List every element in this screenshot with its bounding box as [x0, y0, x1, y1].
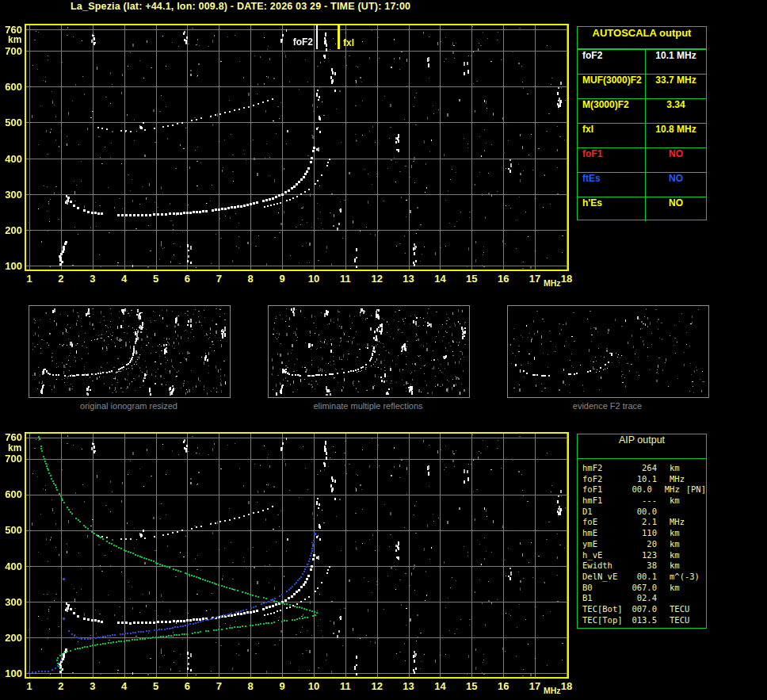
x-axis-tick: 6: [175, 273, 199, 285]
parameter-label: h'Es: [578, 197, 646, 221]
parameter-value: 02.4: [630, 593, 657, 604]
parameter-label: B1: [582, 593, 630, 604]
aip-row-fof1: foF100.0MHz[PN]: [582, 484, 706, 495]
thumbnail-evidence-f2: [507, 305, 709, 398]
aip-row-tectop: TEC[Top]013.5TECU: [582, 615, 706, 626]
thumbnail-eliminate-reflections: [268, 305, 470, 398]
x-axis-tick: 8: [238, 680, 262, 692]
parameter-value: 20: [630, 539, 657, 550]
parameter-unit: km: [670, 463, 680, 474]
x-axis-tick: 12: [365, 680, 389, 692]
parameter-value: 10.8 MHz: [646, 124, 706, 147]
y-axis-tick: 200: [1, 224, 22, 236]
x-axis-tick: 5: [144, 273, 168, 285]
parameter-value: 110: [630, 528, 657, 539]
parameter-unit: km: [670, 560, 680, 572]
x-axis-tick: 14: [428, 273, 452, 285]
x-axis-tick: 7: [207, 680, 231, 692]
parameter-label: ymE: [582, 539, 630, 550]
parameter-label: foF2: [582, 474, 630, 485]
parameter-value: 007.0: [630, 604, 657, 615]
x-axis-tick: 15: [460, 273, 483, 285]
y-axis-tick: 500: [1, 524, 22, 536]
y-axis-tick: 200: [1, 632, 22, 644]
parameter-label: TEC[Bot]: [582, 604, 630, 615]
parameter-label: foF1: [582, 484, 627, 495]
autoscala-row-ftes: ftEsNO: [578, 172, 706, 197]
parameter-value: 10.1 MHz: [646, 50, 706, 74]
x-axis-tick: 3: [81, 680, 105, 692]
aip-row-d1: D100.0: [582, 507, 706, 518]
aip-table-rows: hmF2264kmfoF210.1MHzfoF100.0MHz[PN]hmF1-…: [578, 459, 706, 625]
top-x-axis-unit: MHz: [544, 278, 561, 288]
parameter-note: [PN]: [686, 484, 706, 495]
y-axis-tick: 400: [1, 153, 22, 165]
x-axis-tick: 10: [302, 273, 326, 285]
parameter-label: D1: [582, 507, 630, 518]
x-axis-tick: 15: [460, 680, 483, 692]
parameter-value: 00.1: [630, 572, 657, 583]
x-axis-tick: 6: [175, 680, 199, 692]
parameter-value: 3.34: [646, 99, 706, 123]
parameter-unit: km: [670, 528, 680, 539]
y-axis-tick: 760: [1, 431, 22, 443]
autoscala-row-fxi: fxI10.8 MHz: [578, 123, 706, 147]
x-axis-tick: 13: [397, 273, 421, 285]
thumbnail-eliminate-canvas: [269, 306, 467, 396]
thumbnail-caption-eliminate: eliminate multiple reflections: [267, 401, 469, 411]
x-axis-tick: 4: [113, 680, 136, 692]
aip-row-yme: ymE20km: [582, 539, 706, 550]
aip-row-fof2: foF210.1MHz: [582, 474, 706, 485]
parameter-value: ---: [630, 495, 657, 507]
parameter-label: Ewidth: [582, 560, 630, 572]
x-axis-tick: 3: [81, 273, 105, 285]
parameter-value: 33.7 MHz: [646, 75, 706, 98]
thumbnail-caption-original: original ionogram resized: [28, 401, 230, 411]
parameter-label: ftEs: [578, 173, 646, 197]
x-axis-tick: 14: [428, 680, 452, 692]
x-axis-tick: 16: [491, 273, 515, 285]
parameter-label: fxI: [578, 124, 646, 147]
y-axis-tick: 600: [1, 488, 22, 500]
x-axis-tick: 2: [49, 680, 73, 692]
parameter-label: hmF1: [582, 495, 630, 507]
parameter-value: 067.0: [630, 583, 657, 594]
y-axis-tick: 700: [1, 453, 22, 465]
aip-row-delnve: DelN_vE00.1m^(-3): [582, 572, 706, 583]
autoscala-row-fof1: foF1NO: [578, 147, 706, 172]
parameter-unit: MHz: [665, 484, 680, 495]
fof2-marker-label: foF2: [284, 36, 313, 48]
y-axis-tick: 500: [1, 117, 22, 128]
parameter-label: h_vE: [582, 550, 630, 561]
bottom-x-axis-unit: MHz: [544, 686, 561, 695]
x-axis-tick: 1: [17, 273, 41, 285]
aip-row-hve: h_vE123km: [582, 550, 706, 561]
parameter-unit: km: [670, 539, 680, 550]
parameter-label: foE: [582, 517, 630, 528]
x-axis-tick: 11: [334, 680, 357, 692]
x-axis-tick: 16: [491, 680, 515, 692]
parameter-unit: km: [670, 583, 680, 594]
aip-output-table: AIP output hmF2264kmfoF210.1MHzfoF100.0M…: [577, 434, 707, 629]
parameter-unit: km: [670, 495, 680, 507]
y-axis-tick: 600: [1, 81, 22, 93]
page-title: La_Spezia (lat: +44.1, lon: 009.8) - DAT…: [71, 1, 410, 12]
parameter-unit: TECU: [670, 604, 689, 615]
parameter-value: NO: [646, 197, 706, 221]
parameter-label: M(3000)F2: [578, 99, 646, 123]
y-axis-tick: 400: [1, 560, 22, 572]
x-axis-tick: 5: [144, 680, 168, 692]
autoscala-app-window: { "header": { "title": "La_Spezia (lat: …: [0, 0, 767, 700]
thumbnail-original-ionogram: [29, 305, 231, 398]
thumbnail-evidence-canvas: [508, 306, 707, 396]
fxi-marker-label: fxI: [343, 37, 354, 48]
fxi-marker-line: [338, 24, 340, 49]
thumbnail-caption-evidence: evidence F2 trace: [506, 401, 708, 411]
parameter-label: foF2: [578, 50, 646, 74]
y-axis-tick: 700: [1, 45, 22, 57]
parameter-unit: MHz: [670, 474, 685, 485]
x-axis-tick: 7: [207, 273, 231, 285]
x-axis-tick: 11: [334, 273, 357, 285]
top-ionogram-plot: [25, 24, 569, 271]
parameter-unit: m^(-3): [670, 572, 700, 583]
